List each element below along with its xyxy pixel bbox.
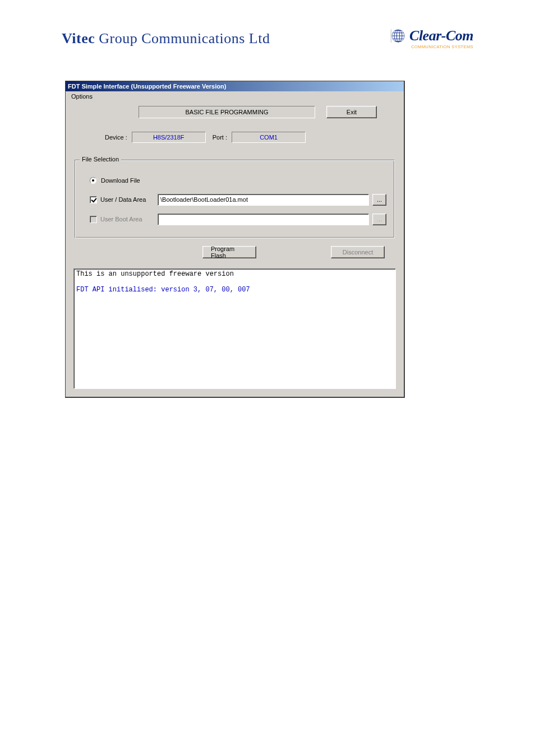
clearcom-sub: COMMUNICATION SYSTEMS bbox=[390, 45, 473, 49]
port-value: COM1 bbox=[232, 132, 306, 143]
exit-button[interactable]: Exit bbox=[326, 106, 377, 118]
page-header: Vitec Group Communications Ltd bbox=[0, 0, 535, 61]
program-flash-button[interactable]: Program Flash bbox=[202, 246, 256, 258]
app-window: FDT Simple Interface (Unsupported Freewa… bbox=[65, 81, 405, 398]
menu-options[interactable]: Options bbox=[69, 92, 95, 100]
port-label: Port : bbox=[213, 134, 227, 141]
clearcom-globe-icon bbox=[390, 28, 406, 44]
clearcom-name: Clear-Com bbox=[409, 29, 473, 43]
user-boot-path-input bbox=[158, 214, 369, 225]
user-boot-row: User Boot Area ... bbox=[90, 214, 386, 225]
vitec-rest: Group Communications Ltd bbox=[95, 30, 270, 47]
user-boot-label: User Boot Area bbox=[100, 216, 154, 222]
window-title: FDT Simple Interface (Unsupported Freewa… bbox=[68, 81, 226, 91]
device-label: Device : bbox=[105, 134, 127, 141]
device-row: Device : H8S/2318F Port : COM1 bbox=[105, 132, 396, 143]
client-area: BASIC FILE PROGRAMMING Exit Device : H8S… bbox=[66, 101, 404, 397]
download-file-label: Download File bbox=[101, 177, 140, 184]
user-boot-checkbox bbox=[90, 216, 97, 223]
log-area: This is an unsupported freeware version … bbox=[73, 268, 396, 389]
file-selection-group: File Selection Download File User / Data… bbox=[75, 160, 395, 238]
disconnect-button: Disconnect bbox=[331, 246, 385, 258]
download-file-radio[interactable] bbox=[90, 177, 96, 184]
user-data-label: User / Data Area bbox=[100, 196, 154, 203]
user-data-checkbox[interactable] bbox=[90, 196, 97, 203]
device-value: H8S/2318F bbox=[132, 132, 206, 143]
mode-caption: BASIC FILE PROGRAMMING bbox=[139, 106, 315, 118]
user-data-row: User / Data Area ... bbox=[90, 194, 386, 206]
clearcom-logo: Clear-Com COMMUNICATION SYSTEMS bbox=[390, 28, 473, 49]
vitec-logo: Vitec Group Communications Ltd bbox=[62, 30, 270, 47]
user-data-browse-button[interactable]: ... bbox=[372, 194, 386, 206]
log-line-2: FDT API initialised: version 3, 07, 00, … bbox=[76, 286, 250, 294]
log-line-1: This is an unsupported freeware version bbox=[76, 270, 234, 278]
menubar: Options bbox=[66, 91, 404, 101]
file-selection-title: File Selection bbox=[80, 156, 121, 163]
action-row: Program Flash Disconnect bbox=[73, 246, 396, 258]
user-data-path-input[interactable] bbox=[158, 194, 369, 206]
user-boot-browse-button: ... bbox=[372, 214, 386, 225]
titlebar: FDT Simple Interface (Unsupported Freewa… bbox=[66, 81, 404, 91]
vitec-bold: Vitec bbox=[62, 30, 95, 47]
